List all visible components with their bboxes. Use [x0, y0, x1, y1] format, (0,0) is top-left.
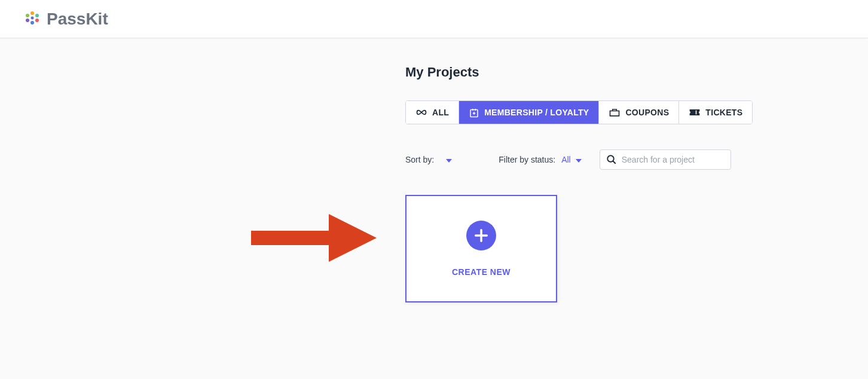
svg-point-6 [31, 16, 34, 19]
create-new-card[interactable]: CREATE NEW [405, 195, 557, 302]
filter-value-text: All [561, 155, 571, 164]
svg-point-1 [35, 14, 39, 17]
svg-point-5 [26, 14, 29, 17]
tab-coupons-label: COUPONS [625, 108, 669, 117]
plus-icon [466, 221, 496, 250]
filter-status-dropdown[interactable]: All [561, 155, 582, 164]
project-cards: CREATE NEW [405, 195, 868, 302]
tab-tickets[interactable]: TICKETS [679, 101, 752, 124]
membership-icon [469, 107, 479, 118]
header: PassKit [0, 0, 868, 38]
create-new-label: CREATE NEW [452, 267, 511, 277]
main-content: My Projects ALL MEMBERSHIP / LOYALTY [0, 38, 868, 302]
logo-icon [24, 10, 41, 29]
svg-rect-8 [696, 111, 697, 115]
brand-logo[interactable]: PassKit [24, 10, 108, 29]
chevron-down-icon [446, 155, 452, 164]
tab-all[interactable]: ALL [406, 101, 459, 124]
tab-tickets-label: TICKETS [705, 108, 742, 117]
controls-row: Sort by: Filter by status: All [405, 149, 868, 170]
ticket-icon [689, 108, 701, 117]
svg-point-2 [35, 19, 39, 22]
tab-coupons[interactable]: COUPONS [599, 101, 679, 124]
svg-point-4 [26, 19, 29, 22]
tab-all-label: ALL [432, 108, 449, 117]
brand-name: PassKit [47, 10, 108, 29]
infinity-icon [415, 108, 427, 117]
coupon-icon [609, 108, 621, 117]
filter-status: Filter by status: All [499, 155, 581, 164]
filter-label: Filter by status: [499, 155, 555, 164]
project-tabs: ALL MEMBERSHIP / LOYALTY COUPONS [405, 100, 753, 124]
svg-line-10 [613, 161, 616, 164]
svg-point-9 [607, 155, 614, 162]
svg-point-0 [30, 11, 34, 15]
svg-point-3 [30, 21, 34, 25]
search-input[interactable] [622, 155, 725, 164]
sort-by-label: Sort by: [405, 155, 434, 164]
search-box[interactable] [600, 149, 731, 170]
search-icon [606, 154, 617, 165]
chevron-down-icon [576, 155, 582, 164]
page-title: My Projects [405, 65, 868, 80]
tab-membership[interactable]: MEMBERSHIP / LOYALTY [459, 101, 599, 124]
tab-membership-label: MEMBERSHIP / LOYALTY [484, 108, 589, 117]
sort-by-dropdown[interactable]: Sort by: [405, 155, 452, 164]
